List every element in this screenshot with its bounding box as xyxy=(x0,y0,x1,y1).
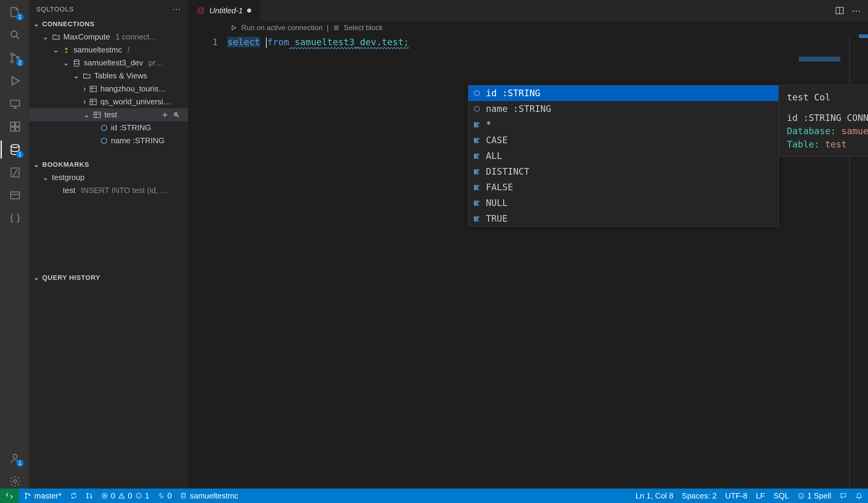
svg-rect-26 xyxy=(474,140,477,141)
suggest-detail: ✕ test Col id :STRING CONNECTION.COLUMN … xyxy=(779,85,868,157)
list-icon xyxy=(333,24,340,31)
status-encoding[interactable]: UTF-8 xyxy=(725,491,747,501)
chevron-down-icon: ⌄ xyxy=(33,274,40,282)
suggest-item[interactable]: FALSE xyxy=(468,179,778,195)
tree-tables-views[interactable]: ⌄ Tables & Views xyxy=(29,69,188,82)
table-icon xyxy=(89,85,97,93)
svg-point-51 xyxy=(182,493,185,494)
sqltools-icon[interactable]: 1 xyxy=(8,142,22,157)
svg-rect-7 xyxy=(11,127,14,131)
status-spell[interactable]: 1 Spell xyxy=(798,491,831,501)
suggest-item[interactable]: CASE xyxy=(468,133,778,148)
activity-bar: 1 2 1 1 xyxy=(0,0,29,489)
extensions-icon[interactable] xyxy=(8,119,22,134)
suggest-item[interactable]: TRUE xyxy=(468,211,778,227)
settings-gear-icon[interactable] xyxy=(8,474,22,489)
magnify-icon[interactable] xyxy=(173,111,180,119)
status-lang[interactable]: SQL xyxy=(773,491,789,501)
tree-connection[interactable]: ⌄ MaxCompute 1 connect… xyxy=(29,30,188,43)
suggest-item[interactable]: NULL xyxy=(468,195,778,211)
section-bookmarks[interactable]: ⌄ BOOKMARKS xyxy=(29,157,188,170)
source-control-icon[interactable]: 2 xyxy=(8,51,22,65)
suggest-item[interactable]: * xyxy=(468,117,778,133)
suggest-item[interactable]: ALL xyxy=(468,148,778,164)
svg-point-20 xyxy=(198,8,203,9)
status-spaces[interactable]: Spaces: 2 xyxy=(682,491,717,501)
sidebar-title: SQLTOOLS xyxy=(36,6,74,13)
notebook-icon[interactable] xyxy=(8,165,22,180)
svg-point-3 xyxy=(17,57,19,59)
remote-indicator[interactable] xyxy=(0,489,19,503)
svg-point-2 xyxy=(11,60,13,63)
status-problems[interactable]: 0 0 1 xyxy=(101,491,149,501)
search-icon[interactable] xyxy=(8,28,22,42)
bracket-icon[interactable] xyxy=(8,211,22,226)
suggest-item[interactable]: id :STRING xyxy=(468,85,778,101)
svg-rect-18 xyxy=(94,112,101,118)
field-icon xyxy=(473,105,482,113)
minimap[interactable] xyxy=(859,34,868,38)
suggest-label: NULL xyxy=(486,196,508,210)
tree-table[interactable]: › qs_world_universi… xyxy=(29,95,188,108)
tree-column[interactable]: id :STRING xyxy=(29,121,188,134)
folder-icon xyxy=(83,72,91,80)
tree-table-test[interactable]: ⌄ test xyxy=(29,108,188,121)
explorer-icon[interactable]: 1 xyxy=(8,5,22,19)
suggest-label: DISTINCT xyxy=(486,165,530,178)
suggest-widget[interactable]: id :STRING name :STRING * xyxy=(468,85,779,227)
accounts-icon[interactable]: 1 xyxy=(8,451,22,465)
select-block-label[interactable]: Select block xyxy=(344,23,383,32)
svg-rect-6 xyxy=(16,122,20,126)
connection-count: 1 connect… xyxy=(115,32,157,42)
keyword-from: from xyxy=(267,37,289,48)
tab-untitled[interactable]: Untitled-1 xyxy=(188,0,260,21)
svg-rect-34 xyxy=(474,186,479,187)
bookmark-bar-icon[interactable] xyxy=(8,188,22,203)
svg-rect-31 xyxy=(474,170,479,171)
section-history[interactable]: ⌄ QUERY HISTORY xyxy=(29,270,188,283)
status-pr[interactable] xyxy=(86,492,93,499)
add-icon[interactable] xyxy=(161,111,169,119)
bookmark-group[interactable]: ⌄ testgroup xyxy=(29,171,188,184)
status-cursor[interactable]: Ln 1, Col 8 xyxy=(636,491,673,501)
section-bookmarks-label: BOOKMARKS xyxy=(42,161,89,169)
toolbar-separator: | xyxy=(327,23,329,32)
split-editor-icon[interactable] xyxy=(835,6,845,15)
detail-type: id :STRING CONNECTION.COLUMN xyxy=(787,111,868,125)
status-branch[interactable]: master* xyxy=(24,491,62,501)
svg-rect-29 xyxy=(474,156,477,157)
sidebar-overflow-icon[interactable]: ⋯ xyxy=(172,4,181,14)
run-debug-icon[interactable] xyxy=(8,74,22,88)
code-line-1[interactable]: select from samueltest3_dev.test; xyxy=(227,34,409,489)
status-eol[interactable]: LF xyxy=(756,491,765,501)
suggest-item[interactable]: name :STRING xyxy=(468,101,778,117)
section-connections[interactable]: ⌄ CONNECTIONS xyxy=(29,18,188,30)
status-ports[interactable]: 0 xyxy=(158,491,172,501)
schema-name: samueltest3_dev xyxy=(84,58,143,67)
run-icon[interactable] xyxy=(230,24,237,31)
suggest-item[interactable]: DISTINCT xyxy=(468,164,778,179)
tree-schema-root[interactable]: ⌄ samueltestmc / xyxy=(29,43,188,56)
svg-rect-17 xyxy=(90,99,96,105)
connection-name: samueltestmc xyxy=(190,491,238,501)
svg-point-48 xyxy=(90,497,91,498)
run-label[interactable]: Run on active connection xyxy=(241,23,323,32)
status-sync[interactable] xyxy=(70,492,77,499)
suggest-label: name :STRING xyxy=(486,102,551,115)
editor-overflow-icon[interactable]: ⋯ xyxy=(852,6,861,16)
code-body[interactable]: 1 select from samueltest3_dev.test; id :… xyxy=(188,34,868,489)
bookmark-item[interactable]: test INSERT INTO test (id, … xyxy=(29,184,188,197)
keyword-icon xyxy=(473,184,482,191)
status-bell-icon[interactable] xyxy=(855,492,862,499)
tree-schema[interactable]: ⌄ samueltest3_dev pr… xyxy=(29,56,188,69)
status-connection[interactable]: samueltestmc xyxy=(180,491,238,501)
suggest-label: ALL xyxy=(486,149,502,163)
remote-explorer-icon[interactable] xyxy=(8,96,22,111)
chevron-down-icon: ⌄ xyxy=(63,58,69,67)
status-feedback-icon[interactable] xyxy=(840,492,847,499)
keyword-icon xyxy=(473,200,482,206)
svg-rect-8 xyxy=(16,127,20,131)
tree-table[interactable]: › hangzhou_touris… xyxy=(29,82,188,95)
chevron-down-icon: ⌄ xyxy=(42,32,49,42)
tree-column[interactable]: name :STRING xyxy=(29,134,188,147)
